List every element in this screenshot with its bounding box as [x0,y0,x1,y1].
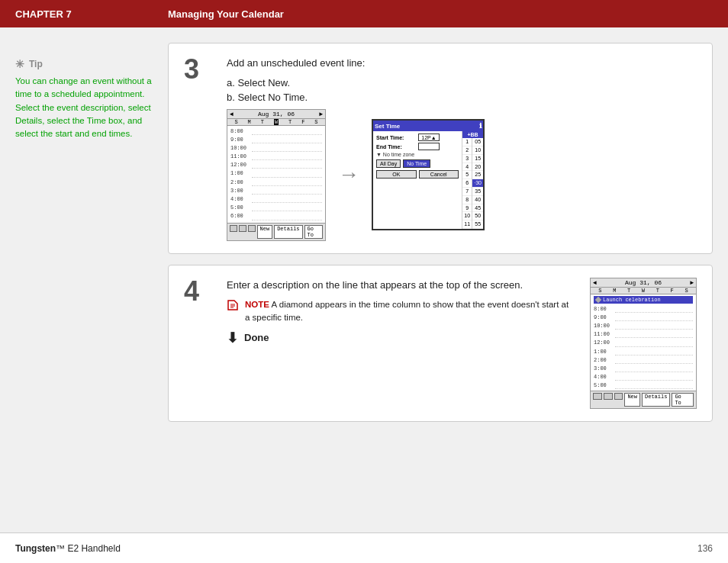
set-time-label: Set Time [375,123,400,130]
diamond-icon [595,296,601,302]
cal2-day-m: M [613,288,616,294]
step-4-text-area: Enter a description on the line that app… [227,278,575,346]
cal2-days-row: S M T W T F S [591,288,696,294]
chapter-label: CHAPTER 7 [15,8,168,20]
cal-left-arrow[interactable]: ◄ [230,111,234,117]
set-time-body: Start Time: 12P▲ End Time: [373,131,483,229]
cal2-toolbar-icon-1[interactable] [593,393,602,400]
cal2-toolbar-icon-3[interactable] [614,393,623,400]
min-50: 50 [472,212,483,220]
time-num-2: 2 [462,146,472,155]
cal-days-row: S M T W T F S [227,119,325,126]
svg-marker-0 [228,301,237,310]
time-num-10: 10 [462,212,472,220]
end-time-label: End Time: [376,144,416,150]
tip-text: You can change an event without a time t… [15,75,153,140]
min-05: 05 [472,138,483,146]
start-time-row: Start Time: 12P▲ [376,134,459,141]
footer-model: E2 Handheld [65,543,121,554]
step-4-number: 4 [184,278,214,305]
day-f: F [301,119,304,125]
time-row-400: 4:00 [230,195,322,204]
time-row-600: 6:00 [230,212,322,220]
toolbar-new-btn[interactable]: New [257,225,273,239]
time-list-header: +BB [462,131,483,138]
min-25: 25 [472,171,483,179]
cal2-day-s1: S [598,288,601,294]
step-3-sub-a: a. Select New. [227,77,697,88]
day-s2: S [314,119,317,125]
cancel-button[interactable]: Cancel [419,170,459,179]
cal2-toolbar-icon-2[interactable] [604,393,613,400]
cal2-toolbar-new-btn[interactable]: New [624,393,640,407]
time-num-6: 6 [462,179,472,188]
time-row-1100: 11:00 [230,153,322,161]
end-time-input[interactable] [418,143,440,150]
cal2-time-300: 3:00 [594,365,693,373]
time-num-11: 11 [462,220,472,229]
day-t1: T [261,119,264,125]
min-40: 40 [472,196,483,204]
time-row-900: 9:00 [230,136,322,144]
min-10: 10 [472,146,483,155]
time-num-5: 5 [462,171,472,179]
cal2-header: ◄ Aug 31, 06 ► [591,278,696,288]
cal2-time-900: 9:00 [594,314,693,322]
note-text-block: NOTE A diamond appears in the time colum… [245,298,575,325]
set-time-title-bar: Set Time ℹ [373,121,483,131]
cal-right-arrow[interactable]: ► [319,111,323,117]
min-30: ·30 [472,179,483,188]
cal2-day-s2: S [685,288,688,294]
chapter-title: Managing Your Calendar [168,8,284,20]
step-3-number: 3 [184,56,214,83]
time-row-1200: 12:00 [230,161,322,169]
page-footer: Tungsten™ E2 Handheld 136 [0,532,728,563]
cal2-toolbar-details-btn[interactable]: Details [642,393,670,407]
page-header: CHAPTER 7 Managing Your Calendar [0,0,728,27]
step-4-content: Enter a description on the line that app… [227,278,697,410]
time-num-8: 8 [462,196,472,204]
min-35: 35 [472,188,483,196]
day-s1: S [234,119,237,125]
no-time-zone-text: ▼ No time zone [376,152,414,157]
transition-arrow-icon: → [338,162,359,187]
launch-event-text: Launch celebration [603,297,661,303]
tip-star-icon: ✳ [15,58,24,70]
cal2-right-arrow[interactable]: ► [690,279,694,286]
done-section: ⬇ Done [227,330,575,346]
day-w: W [274,119,279,125]
time-num-4: 4 [462,163,472,172]
start-time-input[interactable]: 12P▲ [418,134,440,141]
dialog-ok-cancel-row: OK Cancel [376,170,459,179]
step-3-content: Add an unscheduled event line: a. Select… [227,56,697,241]
day-m: M [248,119,251,125]
set-time-right-panel: +BB 1 2 3 4 5 [462,131,483,229]
step-4-box: 4 Enter a description on the line that a… [168,265,713,423]
note-icon [227,299,239,311]
cal2-left-arrow[interactable]: ◄ [593,279,597,286]
ok-button[interactable]: OK [376,170,417,179]
set-time-info-icon[interactable]: ℹ [479,122,482,130]
toolbar-details-btn[interactable]: Details [274,225,302,239]
footer-page-number: 136 [697,543,713,554]
toolbar-icon-1[interactable] [230,225,237,232]
min-20: 20 [472,163,483,172]
sidebar: ✳ Tip You can change an event without a … [15,43,153,525]
steps-content: 3 Add an unscheduled event line: a. Sele… [168,43,713,525]
set-time-dialog: Set Time ℹ Start Time: 12P▲ [372,119,485,230]
time-num-3: 3 [462,155,472,163]
toolbar-icon-3[interactable] [248,225,256,232]
time-row-300: 3:00 [230,187,322,195]
toolbar-goto-btn[interactable]: Go To [304,225,323,239]
cal2-time-200: 2:00 [594,356,693,365]
toolbar-icon-2[interactable] [239,225,246,232]
cal2-toolbar-goto-btn[interactable]: Go To [672,393,694,407]
step-3-cal-container: ◄ Aug 31, 06 ► S M T W T F S [227,109,697,241]
no-time-button[interactable]: No Time [403,159,430,168]
footer-trademark: ™ [56,543,65,554]
all-day-button[interactable]: All Day [376,159,401,168]
cal2-time-800: 8:00 [594,305,693,314]
time-list-col: 1 2 3 4 5 6 7 8 9 [462,138,483,229]
cal2-time-1100: 11:00 [594,330,693,339]
time-row-500: 5:00 [230,204,322,212]
